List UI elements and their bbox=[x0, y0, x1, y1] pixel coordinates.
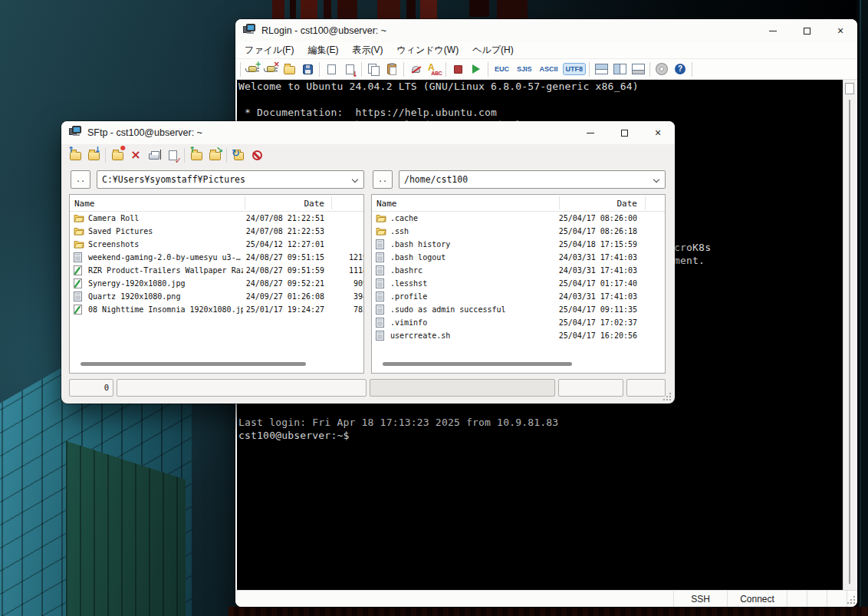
minimize-icon[interactable] bbox=[756, 19, 790, 42]
split-vertical-icon[interactable] bbox=[610, 61, 629, 78]
file-row[interactable]: .cache25/04/17 08:26:00 bbox=[372, 212, 665, 225]
maximize-icon[interactable] bbox=[790, 19, 824, 42]
file-name: .profile bbox=[390, 293, 427, 301]
file-row[interactable]: .bash_logout24/03/31 17:41:03 bbox=[372, 251, 665, 264]
new-document-icon[interactable] bbox=[322, 61, 340, 78]
menu-item-view[interactable]: 表示(V) bbox=[352, 44, 383, 57]
close-icon[interactable]: × bbox=[641, 121, 675, 144]
settings-gear-icon[interactable] bbox=[653, 61, 671, 78]
single-screen-icon[interactable] bbox=[629, 61, 647, 78]
column-header-name[interactable]: Name bbox=[74, 199, 95, 208]
scrollbar-thumb[interactable] bbox=[845, 83, 854, 94]
column-header-date[interactable]: Date bbox=[617, 199, 638, 208]
put-folder-icon[interactable]: ↑ bbox=[187, 147, 205, 164]
file-name: .ssh bbox=[390, 228, 409, 236]
file-row[interactable]: weekend-gaming-2.0-by-umesyu_u3-…24/08/2… bbox=[70, 251, 363, 264]
close-icon[interactable]: × bbox=[824, 19, 857, 42]
upload-folder-icon[interactable]: ↑ bbox=[66, 147, 84, 164]
resize-grip[interactable] bbox=[663, 392, 673, 403]
bell-mute-icon[interactable] bbox=[406, 61, 425, 78]
rlogin-app-icon bbox=[243, 24, 255, 38]
file-row[interactable]: usercreate.sh25/04/17 16:20:56 bbox=[372, 329, 665, 342]
file-name: .sudo_as_admin_successful bbox=[390, 306, 506, 314]
folder-icon bbox=[74, 239, 84, 250]
file-row[interactable]: .ssh25/04/17 08:26:18 bbox=[372, 225, 665, 238]
wallpaper-bottom-strip bbox=[229, 607, 868, 616]
file-row[interactable]: .profile24/03/31 17:41:03 bbox=[372, 290, 665, 303]
get-folder-icon[interactable]: ↘ bbox=[205, 147, 224, 164]
file-size: 1118 bbox=[321, 267, 364, 275]
menu-item-edit[interactable]: 編集(E) bbox=[307, 44, 338, 57]
menu-item-window[interactable]: ウィンドウ(W) bbox=[396, 44, 459, 57]
status-empty-cell bbox=[827, 591, 847, 607]
remote-file-pane: Name Date .cache25/04/17 08:26:00.ssh25/… bbox=[371, 194, 666, 374]
terminal-scrollbar[interactable] bbox=[843, 80, 856, 590]
minimize-icon[interactable] bbox=[574, 121, 607, 144]
resize-grip[interactable] bbox=[847, 591, 857, 607]
encoding-button-ascii[interactable]: ASCII bbox=[537, 63, 561, 75]
remote-up-button[interactable]: .. bbox=[373, 170, 393, 189]
file-row[interactable]: Saved Pictures24/07/08 21:22:53 bbox=[70, 225, 363, 238]
disconnect-plug-icon[interactable]: × bbox=[261, 61, 280, 78]
download-folder-icon[interactable]: ↓ bbox=[84, 147, 103, 164]
delete-icon[interactable]: × bbox=[127, 147, 145, 164]
connect-plug-icon[interactable]: + bbox=[243, 61, 261, 78]
column-divider[interactable] bbox=[559, 196, 560, 209]
file-name: .bashrc bbox=[390, 267, 422, 275]
refresh-icon[interactable]: ↻ bbox=[229, 147, 248, 164]
encoding-button-sjis[interactable]: SJIS bbox=[514, 63, 535, 75]
sftp-titlebar[interactable]: SFtp - cst100@ubserver: ~ × bbox=[61, 121, 675, 144]
menu-item-file[interactable]: ファイル(F) bbox=[245, 44, 294, 57]
column-divider[interactable] bbox=[331, 196, 332, 209]
column-divider[interactable] bbox=[245, 196, 245, 209]
horizontal-scrollbar-thumb[interactable] bbox=[383, 362, 572, 366]
column-header-date[interactable]: Date bbox=[304, 199, 325, 208]
file-row[interactable]: 08_Nighttime_Insomnia_1920x1080.jpg25/01… bbox=[70, 303, 363, 316]
horizontal-scrollbar-thumb[interactable] bbox=[81, 362, 306, 366]
file-row[interactable]: .sudo_as_admin_successful25/04/17 09:11:… bbox=[372, 303, 665, 316]
file-date: 24/07/08 21:22:51 bbox=[246, 215, 324, 222]
maximize-icon[interactable] bbox=[607, 121, 641, 144]
rlogin-titlebar[interactable]: RLogin - cst100@ubserver: ~ × bbox=[235, 19, 857, 42]
copy-icon[interactable] bbox=[364, 61, 383, 78]
help-icon[interactable]: ? bbox=[671, 61, 689, 78]
file-row[interactable]: Quartz_1920x1080.png24/09/27 01:26:08394 bbox=[70, 290, 363, 303]
abort-icon[interactable] bbox=[248, 147, 266, 164]
file-row[interactable]: RZR_Product-Trailers_Wallpaper_Raz…24/08… bbox=[70, 264, 363, 277]
attributes-check-icon[interactable]: ✓ bbox=[163, 147, 182, 164]
paste-icon[interactable] bbox=[383, 61, 401, 78]
toolbar-separator bbox=[403, 62, 404, 77]
column-header-name[interactable]: Name bbox=[376, 199, 397, 208]
file-row[interactable]: .lesshst25/04/17 01:17:40 bbox=[372, 277, 665, 290]
encoding-button-euc[interactable]: EUC bbox=[492, 63, 512, 75]
local-path-combobox[interactable]: C:¥Users¥syomstaff¥Pictures bbox=[97, 170, 364, 189]
file-size: 909 bbox=[321, 280, 364, 288]
wallpaper-bar bbox=[324, 0, 331, 18]
rename-icon[interactable] bbox=[145, 147, 163, 164]
wallpaper-bar bbox=[497, 0, 528, 20]
file-name: .viminfo bbox=[390, 319, 427, 327]
file-row[interactable]: .bashrc24/03/31 17:41:03 bbox=[372, 264, 665, 277]
font-abc-icon[interactable]: AABC bbox=[425, 61, 443, 78]
file-row[interactable]: .viminfo25/04/17 17:02:37 bbox=[372, 316, 665, 329]
file-date: 25/01/17 19:24:27 bbox=[246, 306, 324, 314]
file-row[interactable]: Screenshots25/04/12 12:27:01 bbox=[70, 238, 363, 251]
split-horizontal-icon[interactable] bbox=[592, 61, 610, 78]
column-divider[interactable] bbox=[645, 196, 646, 209]
image-icon bbox=[74, 278, 82, 290]
start-icon[interactable] bbox=[467, 61, 485, 78]
toolbar-separator bbox=[240, 62, 241, 77]
new-folder-icon[interactable]: ● bbox=[108, 147, 127, 164]
save-icon[interactable] bbox=[298, 61, 317, 78]
wallpaper-bar bbox=[337, 0, 357, 21]
file-row[interactable]: Camera Roll24/07/08 21:22:51 bbox=[70, 212, 363, 225]
encoding-button-utf8[interactable]: UTF8 bbox=[563, 63, 587, 75]
remote-path-combobox[interactable]: /home/cst100 bbox=[399, 170, 666, 189]
stop-icon[interactable] bbox=[449, 61, 467, 78]
file-row[interactable]: Synergy-1920x1080.jpg24/08/27 09:52:2190… bbox=[70, 277, 363, 290]
menu-item-help[interactable]: ヘルプ(H) bbox=[472, 44, 514, 57]
open-folder-icon[interactable] bbox=[280, 61, 298, 78]
import-document-icon[interactable]: ↓ bbox=[340, 61, 359, 78]
local-up-button[interactable]: .. bbox=[71, 170, 90, 189]
file-row[interactable]: .bash_history25/04/18 17:15:59 bbox=[372, 238, 665, 251]
